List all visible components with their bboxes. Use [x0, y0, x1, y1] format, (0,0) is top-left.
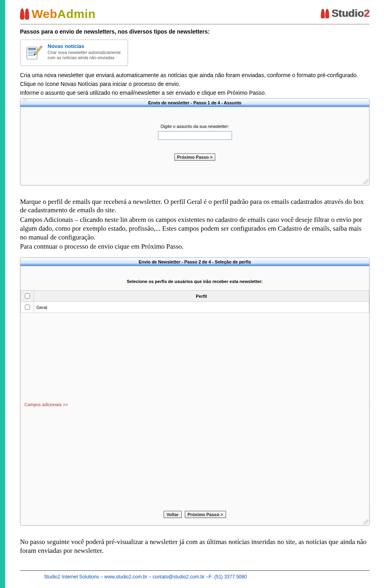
- panel-step2-body: Selecione os perfis de usuários que irão…: [20, 266, 369, 525]
- svg-rect-3: [28, 52, 36, 53]
- back-button[interactable]: Voltar: [164, 511, 181, 518]
- mid-para-2: Campos Adicionais – clicando neste lin a…: [20, 215, 370, 241]
- select-all-checkbox[interactable]: [25, 293, 30, 299]
- logo-text-web: Web: [32, 7, 57, 20]
- flame-icon: [20, 8, 24, 20]
- perfil-row-name: Geral: [34, 302, 369, 313]
- newsletter-paper-pencil-icon: [24, 43, 44, 62]
- resize-grip-icon[interactable]: [363, 179, 368, 184]
- flame-icon: [325, 9, 329, 18]
- panel-step2-spacer2: [20, 409, 369, 508]
- panel-step1-titlebar: Envio de newsletter - Passo 1 de 4 - Ass…: [20, 99, 369, 107]
- panel-step1: Envio de newsletter - Passo 1 de 4 - Ass…: [20, 98, 370, 185]
- logo-text-admin: Admin: [57, 7, 96, 20]
- logo-flames-icon: [321, 9, 329, 18]
- table-row: Geral: [21, 302, 369, 313]
- titlebar-notch-icon: [23, 99, 27, 103]
- after-panel2-para: No passo seguinte você poderá pré-visual…: [20, 538, 370, 555]
- logo-text-studio: Studio: [332, 7, 364, 19]
- panel-step2-sublabel: Selecione os perfis de usuários que irão…: [20, 279, 369, 284]
- svg-rect-2: [28, 50, 36, 51]
- svg-rect-1: [28, 48, 36, 50]
- page-heading: Passos para o envio de newsletters, nos …: [20, 28, 370, 35]
- logo-text: Studio2: [332, 7, 370, 20]
- perfil-row-check-cell: [21, 302, 34, 313]
- page: WebAdmin Studio2 Passos para o envio de …: [0, 0, 384, 588]
- subject-label: Digite o assunto da sua newsletter:: [28, 124, 361, 129]
- header-divider: [20, 24, 370, 24]
- panel-step1-title: Envio de newsletter - Passo 1 de 4 - Ass…: [148, 100, 241, 105]
- perfil-table: Perfil Geral: [20, 290, 369, 313]
- panel-step2: Envio de Newsletter - Passo 2 de 4 - Sel…: [20, 257, 370, 526]
- panel-step2-titlebar: Envio de Newsletter - Passo 2 de 4 - Sel…: [20, 258, 369, 266]
- panel-step2-title: Envio de Newsletter - Passo 2 de 4 - Sel…: [138, 259, 251, 264]
- campos-adicionais-link[interactable]: Campos adicionais >>: [20, 399, 369, 409]
- panel-step1-body: Digite o assunto da sua newsletter: Próx…: [20, 107, 369, 169]
- perfil-table-check-header: [21, 291, 34, 302]
- svg-rect-5: [28, 55, 34, 56]
- panel-step2-buttons: Voltar Próximo Passo >: [20, 508, 369, 525]
- subject-input[interactable]: [158, 131, 232, 140]
- next-step-button[interactable]: Próximo Passo >: [185, 511, 226, 518]
- flame-icon: [25, 8, 29, 20]
- logo-webadmin: WebAdmin: [20, 7, 96, 21]
- perfil-table-col-perfil: Perfil: [34, 291, 369, 302]
- next-step-button[interactable]: Próximo Passo >: [174, 153, 216, 161]
- logo-studio2: Studio2: [321, 7, 370, 20]
- logo-text: WebAdmin: [32, 7, 96, 21]
- logo-flames-icon: [20, 8, 29, 20]
- footer-divider: [20, 570, 370, 571]
- mid-para-1: Marque o perfil de emails que receberá a…: [20, 197, 370, 215]
- footer-text: Studio2 Internet Solutions – www.studio2…: [44, 574, 370, 580]
- panel-step1-buttons: Próximo Passo >: [28, 153, 361, 161]
- header: WebAdmin Studio2: [20, 7, 370, 21]
- perfil-row-checkbox[interactable]: [25, 305, 30, 310]
- intro-para-3: Informe o assunto que será utilizado no …: [20, 89, 370, 97]
- novas-card-desc: Criar nova newsletter automaticamente co…: [48, 50, 124, 60]
- novas-card-text: Novas notícias Criar nova newsletter aut…: [48, 43, 124, 62]
- resize-grip-icon[interactable]: [363, 519, 368, 524]
- novas-card-title: Novas notícias: [48, 43, 124, 49]
- intro-para-1: Cria uma nova newsletter que enviará aut…: [20, 72, 370, 79]
- mid-para-3: Para contnuar o processo de envio cique …: [20, 242, 370, 251]
- logo-text-two: 2: [364, 7, 370, 19]
- perfil-table-header-row: Perfil: [21, 291, 369, 302]
- intro-para-2: Clique no ícone Novas Notícias para inic…: [20, 80, 370, 88]
- novas-noticias-card[interactable]: Novas notícias Criar nova newsletter aut…: [20, 40, 128, 66]
- panel-step2-spacer: [20, 313, 369, 399]
- flame-icon: [321, 9, 325, 18]
